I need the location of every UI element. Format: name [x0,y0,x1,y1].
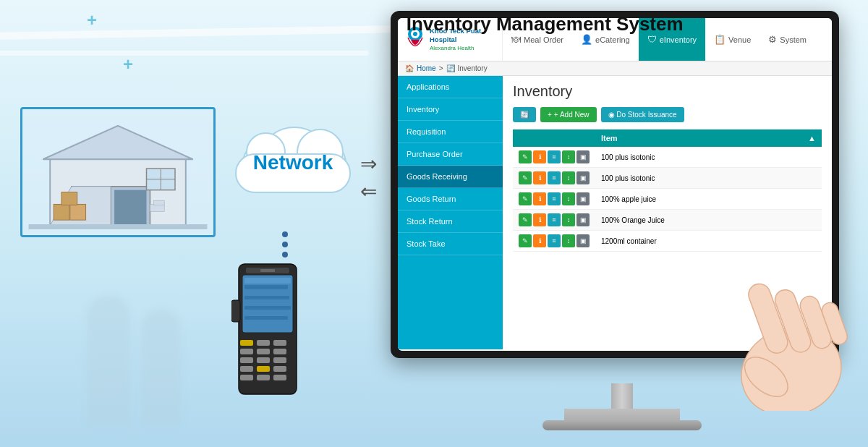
svg-rect-27 [244,321,284,325]
tab-meal-order-label: Meal Order [524,35,563,44]
meal-order-icon: 🍽 [511,34,521,45]
svg-rect-29 [260,269,275,272]
svg-marker-1 [43,126,192,159]
svg-rect-24 [244,306,291,310]
venue-icon: 📋 [714,34,726,45]
svg-rect-43 [257,375,270,380]
tab-system[interactable]: ⚙ System [760,18,815,61]
table-row: ✎ℹ≡↕▣100% Orange Juice [513,210,822,231]
row-actions: ✎ℹ≡↕▣ [513,168,595,189]
col-item[interactable]: Item ▲ [595,129,822,147]
sidebar-item-stock-take[interactable]: Stock Take [398,233,503,255]
info-button[interactable]: ℹ [533,150,546,163]
info-button[interactable]: ℹ [533,234,546,247]
edit-button[interactable]: ✎ [519,171,532,184]
svg-rect-33 [240,349,253,354]
dots-area [282,231,288,257]
tab-venue-label: Venue [728,35,751,44]
add-icon: + [548,111,552,119]
svg-rect-25 [244,311,281,315]
row-item-name: 1200ml container [595,231,822,252]
breadcrumb-section: Inventory [458,64,488,72]
refresh-button[interactable]: 🔄 [513,107,536,122]
tab-venue[interactable]: 📋 Venue [705,18,760,61]
tab-system-label: System [780,35,807,44]
delete-button[interactable]: ▣ [576,213,590,226]
app-body: Applications Inventory Requisition Purch… [398,76,832,349]
breadcrumb-home[interactable]: Home [417,64,436,72]
svg-rect-14 [29,224,208,229]
row-item-name: 100 plus isotonic [595,168,822,189]
info-button[interactable]: ℹ [533,213,546,226]
move-button[interactable]: ↕ [562,192,575,205]
sidebar-item-purchase-order[interactable]: Purchase Order [398,143,503,166]
edit-button[interactable]: ✎ [519,192,532,205]
sidebar-item-inventory[interactable]: Inventory [398,98,503,121]
sidebar-item-goods-receiving[interactable]: Goods Receiving [398,166,503,188]
ceiling-decoration-2 [0,51,369,56]
breadcrumb: 🏠 Home > 🔄 Inventory [398,61,832,76]
delete-button[interactable]: ▣ [576,234,590,247]
sidebar-item-goods-return[interactable]: Goods Return [398,188,503,210]
row-actions: ✎ℹ≡↕▣ [513,210,595,231]
delete-button[interactable]: ▣ [576,192,590,205]
monitor-screen: Khoo Teck Puat Hospital Alexandra Health… [398,18,832,351]
delete-button[interactable]: ▣ [576,171,590,184]
home-icon: 🏠 [405,64,414,72]
person-2 [141,310,181,425]
move-button[interactable]: ↕ [562,171,575,184]
delete-button[interactable]: ▣ [576,150,590,163]
move-button[interactable]: ↕ [562,150,575,163]
sidebar-item-stock-return[interactable]: Stock Return [398,210,503,233]
row-actions: ✎ℹ≡↕▣ [513,231,595,252]
svg-rect-20 [244,285,288,289]
table-row: ✎ℹ≡↕▣1200ml container [513,231,822,252]
network-label: Network [253,151,333,174]
svg-rect-13 [61,192,77,205]
main-content: Inventory 🔄 + + Add New ◉ Do Stock Issua… [503,76,832,349]
edit-button[interactable]: ✎ [519,234,532,247]
inventory-table: Item ▲ ✎ℹ≡↕▣100 plus isotonic✎ℹ≡↕▣100 pl… [513,129,822,252]
table-row: ✎ℹ≡↕▣100 plus isotonic [513,147,822,168]
main-title: Inventory Management System [407,13,684,35]
action-bar: 🔄 + + Add New ◉ Do Stock Issuance [513,107,822,122]
edit-button[interactable]: ✎ [519,150,532,163]
sidebar-item-applications[interactable]: Applications [398,76,503,98]
info-button[interactable]: ℹ [533,192,546,205]
row-item-name: 100% Orange Juice [595,210,822,231]
list-button[interactable]: ≡ [548,213,561,226]
sidebar-item-requisition[interactable]: Requisition [398,121,503,143]
svg-rect-23 [244,301,286,305]
plus-icon-1: + [87,10,97,30]
svg-rect-36 [240,357,253,363]
svg-rect-41 [273,366,286,372]
cloud-shape: Network [228,127,358,199]
tab-ecatering-label: eCatering [595,35,630,44]
network-cloud: Network [224,119,362,206]
edit-button[interactable]: ✎ [519,213,532,226]
svg-rect-45 [231,300,240,322]
add-new-button[interactable]: + + Add New [540,107,597,122]
info-button[interactable]: ℹ [533,171,546,184]
warehouse-box [20,107,216,237]
table-row: ✎ℹ≡↕▣100% apple juice [513,189,822,210]
stock-issuance-button[interactable]: ◉ Do Stock Issuance [601,107,684,122]
ecatering-icon: 👤 [581,34,592,45]
list-button[interactable]: ≡ [548,150,561,163]
svg-rect-39 [240,366,253,372]
arrow-right: ⇒ [360,152,377,176]
list-button[interactable]: ≡ [548,234,561,247]
move-button[interactable]: ↕ [562,213,575,226]
list-button[interactable]: ≡ [548,171,561,184]
col-item-label: Item [601,134,618,142]
svg-rect-40 [257,366,270,372]
monitor-outer: Khoo Teck Puat Hospital Alexandra Health… [391,11,839,358]
breadcrumb-separator: > [439,64,443,72]
move-button[interactable]: ↕ [562,234,575,247]
warehouse-svg [27,115,208,229]
svg-rect-26 [244,316,288,320]
dot-2 [282,242,288,247]
list-button[interactable]: ≡ [548,192,561,205]
system-icon: ⚙ [768,34,777,45]
dot-3 [282,252,288,257]
